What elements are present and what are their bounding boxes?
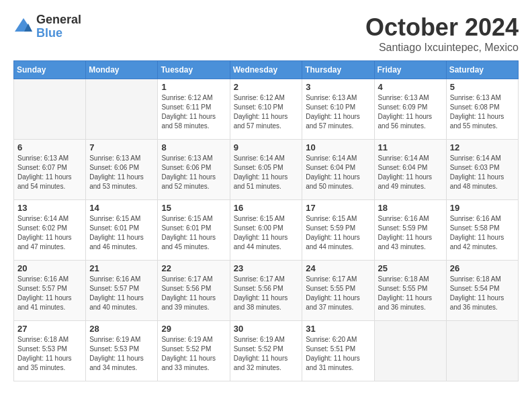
day-info: Sunrise: 6:17 AM Sunset: 5:55 PM Dayligh…: [306, 275, 370, 312]
day-number: 27: [17, 324, 82, 334]
day-info: Sunrise: 6:15 AM Sunset: 6:01 PM Dayligh…: [89, 214, 154, 252]
day-info: Sunrise: 6:12 AM Sunset: 6:10 PM Dayligh…: [234, 93, 299, 131]
calendar-week-2: 6Sunrise: 6:13 AM Sunset: 6:07 PM Daylig…: [14, 140, 519, 200]
calendar-table: Sunday Monday Tuesday Wednesday Thursday…: [13, 60, 519, 381]
calendar-cell: 31Sunrise: 6:20 AM Sunset: 5:51 PM Dayli…: [302, 321, 374, 381]
header-row: Sunday Monday Tuesday Wednesday Thursday…: [14, 61, 519, 79]
header-thursday: Thursday: [302, 61, 374, 79]
day-number: 12: [450, 142, 515, 152]
day-number: 4: [378, 82, 443, 92]
day-number: 19: [450, 203, 515, 213]
day-number: 26: [450, 263, 515, 273]
day-number: 20: [17, 263, 82, 273]
day-number: 24: [306, 263, 370, 273]
calendar-cell: 29Sunrise: 6:19 AM Sunset: 5:52 PM Dayli…: [158, 321, 230, 381]
header-friday: Friday: [374, 61, 446, 79]
day-info: Sunrise: 6:12 AM Sunset: 6:11 PM Dayligh…: [161, 93, 226, 131]
calendar-cell: 17Sunrise: 6:15 AM Sunset: 5:59 PM Dayli…: [302, 200, 374, 261]
calendar-cell: 23Sunrise: 6:17 AM Sunset: 5:56 PM Dayli…: [230, 261, 302, 321]
calendar-week-1: 1Sunrise: 6:12 AM Sunset: 6:11 PM Daylig…: [14, 79, 519, 140]
day-number: 11: [378, 142, 443, 152]
calendar-body: 1Sunrise: 6:12 AM Sunset: 6:11 PM Daylig…: [14, 79, 519, 381]
day-info: Sunrise: 6:19 AM Sunset: 5:52 PM Dayligh…: [161, 335, 226, 373]
day-number: 29: [161, 324, 226, 334]
day-info: Sunrise: 6:17 AM Sunset: 5:56 PM Dayligh…: [161, 275, 226, 312]
title-section: October 2024 Santiago Ixcuintepec, Mexic…: [365, 13, 519, 54]
calendar-cell: [86, 79, 158, 140]
calendar-cell: 5Sunrise: 6:13 AM Sunset: 6:08 PM Daylig…: [446, 79, 518, 140]
day-number: 21: [89, 263, 154, 273]
day-number: 9: [234, 142, 299, 152]
location: Santiago Ixcuintepec, Mexico: [365, 42, 519, 54]
calendar-cell: 21Sunrise: 6:16 AM Sunset: 5:57 PM Dayli…: [86, 261, 158, 321]
day-info: Sunrise: 6:14 AM Sunset: 6:04 PM Dayligh…: [378, 154, 443, 191]
calendar-cell: [14, 79, 86, 140]
day-info: Sunrise: 6:16 AM Sunset: 5:59 PM Dayligh…: [378, 214, 443, 252]
day-info: Sunrise: 6:15 AM Sunset: 6:01 PM Dayligh…: [161, 214, 226, 252]
day-number: 1: [161, 82, 226, 92]
calendar-cell: 6Sunrise: 6:13 AM Sunset: 6:07 PM Daylig…: [14, 140, 86, 200]
calendar-cell: 10Sunrise: 6:14 AM Sunset: 6:04 PM Dayli…: [302, 140, 374, 200]
day-info: Sunrise: 6:13 AM Sunset: 6:06 PM Dayligh…: [89, 154, 154, 191]
day-info: Sunrise: 6:16 AM Sunset: 5:57 PM Dayligh…: [17, 275, 82, 312]
calendar-week-5: 27Sunrise: 6:18 AM Sunset: 5:53 PM Dayli…: [14, 321, 519, 381]
day-number: 15: [161, 203, 226, 213]
day-number: 2: [234, 82, 299, 92]
header-sunday: Sunday: [14, 61, 86, 79]
day-number: 5: [450, 82, 515, 92]
calendar-cell: 20Sunrise: 6:16 AM Sunset: 5:57 PM Dayli…: [14, 261, 86, 321]
header-wednesday: Wednesday: [230, 61, 302, 79]
day-info: Sunrise: 6:14 AM Sunset: 6:05 PM Dayligh…: [234, 154, 299, 191]
calendar-cell: 14Sunrise: 6:15 AM Sunset: 6:01 PM Dayli…: [86, 200, 158, 261]
calendar-cell: 19Sunrise: 6:16 AM Sunset: 5:58 PM Dayli…: [446, 200, 518, 261]
header-monday: Monday: [86, 61, 158, 79]
calendar-cell: 28Sunrise: 6:19 AM Sunset: 5:53 PM Dayli…: [86, 321, 158, 381]
calendar-cell: 18Sunrise: 6:16 AM Sunset: 5:59 PM Dayli…: [374, 200, 446, 261]
calendar-cell: 27Sunrise: 6:18 AM Sunset: 5:53 PM Dayli…: [14, 321, 86, 381]
calendar-cell: 15Sunrise: 6:15 AM Sunset: 6:01 PM Dayli…: [158, 200, 230, 261]
calendar-cell: 12Sunrise: 6:14 AM Sunset: 6:03 PM Dayli…: [446, 140, 518, 200]
day-info: Sunrise: 6:19 AM Sunset: 5:52 PM Dayligh…: [234, 335, 299, 373]
calendar-cell: 30Sunrise: 6:19 AM Sunset: 5:52 PM Dayli…: [230, 321, 302, 381]
day-number: 16: [234, 203, 299, 213]
day-info: Sunrise: 6:18 AM Sunset: 5:53 PM Dayligh…: [17, 335, 82, 373]
calendar-cell: 2Sunrise: 6:12 AM Sunset: 6:10 PM Daylig…: [230, 79, 302, 140]
day-number: 3: [306, 82, 370, 92]
day-info: Sunrise: 6:19 AM Sunset: 5:53 PM Dayligh…: [89, 335, 154, 373]
day-number: 13: [17, 203, 82, 213]
day-number: 23: [234, 263, 299, 273]
logo-blue: Blue: [36, 27, 81, 40]
logo: General Blue: [13, 13, 81, 40]
calendar-header: Sunday Monday Tuesday Wednesday Thursday…: [14, 61, 519, 79]
calendar-week-4: 20Sunrise: 6:16 AM Sunset: 5:57 PM Dayli…: [14, 261, 519, 321]
day-info: Sunrise: 6:14 AM Sunset: 6:03 PM Dayligh…: [450, 154, 515, 191]
day-info: Sunrise: 6:13 AM Sunset: 6:10 PM Dayligh…: [306, 93, 370, 131]
calendar-cell: 4Sunrise: 6:13 AM Sunset: 6:09 PM Daylig…: [374, 79, 446, 140]
day-info: Sunrise: 6:13 AM Sunset: 6:08 PM Dayligh…: [450, 93, 515, 131]
calendar-cell: [446, 321, 518, 381]
day-number: 6: [17, 142, 82, 152]
day-info: Sunrise: 6:15 AM Sunset: 5:59 PM Dayligh…: [306, 214, 370, 252]
day-info: Sunrise: 6:13 AM Sunset: 6:09 PM Dayligh…: [378, 93, 443, 131]
calendar-cell: 16Sunrise: 6:15 AM Sunset: 6:00 PM Dayli…: [230, 200, 302, 261]
calendar-cell: 1Sunrise: 6:12 AM Sunset: 6:11 PM Daylig…: [158, 79, 230, 140]
day-info: Sunrise: 6:16 AM Sunset: 5:57 PM Dayligh…: [89, 275, 154, 312]
calendar-cell: 9Sunrise: 6:14 AM Sunset: 6:05 PM Daylig…: [230, 140, 302, 200]
day-number: 30: [234, 324, 299, 334]
day-number: 28: [89, 324, 154, 334]
day-info: Sunrise: 6:14 AM Sunset: 6:02 PM Dayligh…: [17, 214, 82, 252]
calendar-week-3: 13Sunrise: 6:14 AM Sunset: 6:02 PM Dayli…: [14, 200, 519, 261]
calendar-cell: 25Sunrise: 6:18 AM Sunset: 5:55 PM Dayli…: [374, 261, 446, 321]
day-number: 25: [378, 263, 443, 273]
logo-general: General: [36, 13, 81, 27]
calendar-cell: 11Sunrise: 6:14 AM Sunset: 6:04 PM Dayli…: [374, 140, 446, 200]
day-number: 7: [89, 142, 154, 152]
day-number: 10: [306, 142, 370, 152]
day-info: Sunrise: 6:18 AM Sunset: 5:55 PM Dayligh…: [378, 275, 443, 312]
day-number: 17: [306, 203, 370, 213]
calendar-cell: 8Sunrise: 6:13 AM Sunset: 6:06 PM Daylig…: [158, 140, 230, 200]
calendar-cell: 24Sunrise: 6:17 AM Sunset: 5:55 PM Dayli…: [302, 261, 374, 321]
day-info: Sunrise: 6:13 AM Sunset: 6:06 PM Dayligh…: [161, 154, 226, 191]
day-info: Sunrise: 6:16 AM Sunset: 5:58 PM Dayligh…: [450, 214, 515, 252]
day-number: 14: [89, 203, 154, 213]
